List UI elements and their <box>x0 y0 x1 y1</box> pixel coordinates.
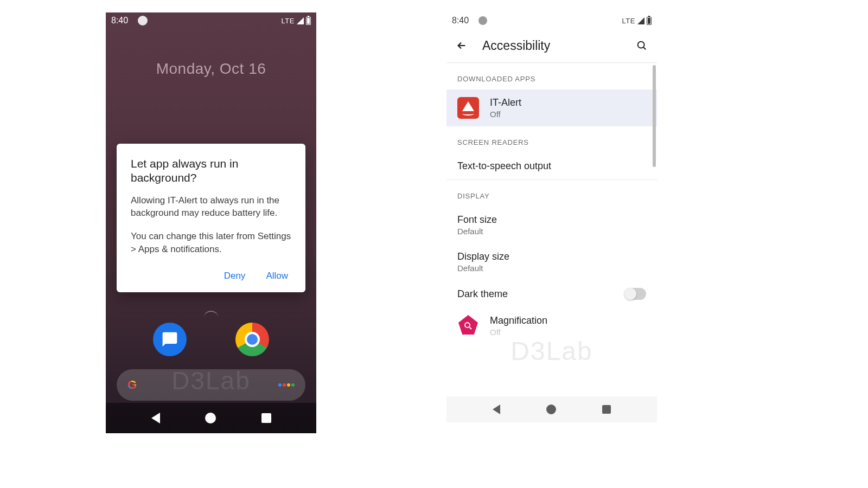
nav-back-icon[interactable] <box>493 404 500 414</box>
section-display: DISPLAY <box>446 180 657 207</box>
statusbar: 8:40 LTE <box>106 12 316 29</box>
allow-button[interactable]: Allow <box>264 267 290 285</box>
page-title: Accessibility <box>482 38 621 53</box>
row-subtitle: Default <box>457 264 646 273</box>
svg-point-0 <box>638 42 644 48</box>
row-title: IT-Alert <box>490 97 646 108</box>
nav-recents-icon[interactable] <box>261 413 271 423</box>
nav-home-icon[interactable] <box>205 413 216 423</box>
row-title: Magnification <box>490 315 646 326</box>
nav-home-icon[interactable] <box>546 404 556 414</box>
signal-icon <box>637 17 644 24</box>
dialog-title: Let app always run in background? <box>131 157 291 185</box>
row-it-alert[interactable]: IT-Alert Off <box>446 89 657 126</box>
back-button[interactable] <box>455 39 468 52</box>
row-title: Dark theme <box>457 288 614 300</box>
system-navbar <box>106 403 316 433</box>
search-button[interactable] <box>635 39 648 52</box>
row-subtitle: Off <box>490 328 646 337</box>
magnification-icon <box>457 315 479 337</box>
dialog-actions: Deny Allow <box>131 267 291 285</box>
appbar: Accessibility <box>446 29 657 62</box>
system-navbar <box>446 396 657 422</box>
row-title: Font size <box>457 214 646 226</box>
status-time: 8:40 <box>452 16 469 25</box>
section-downloaded-apps: DOWNLOADED APPS <box>446 63 657 89</box>
assistant-icon[interactable] <box>278 383 295 387</box>
row-magnification[interactable]: Magnification Off <box>446 307 657 337</box>
battery-icon <box>306 17 311 25</box>
nav-recents-icon[interactable] <box>602 405 611 414</box>
deny-button[interactable]: Deny <box>222 267 248 285</box>
settings-scroll-area[interactable]: DOWNLOADED APPS IT-Alert Off SCREEN READ… <box>446 63 657 396</box>
dnd-moon-icon <box>478 16 487 25</box>
phone-right-accessibility-settings: 8:40 LTE Accessibility DOWNLOADED APPS <box>446 12 657 422</box>
messages-app-icon[interactable] <box>153 323 187 356</box>
row-dark-theme[interactable]: Dark theme <box>446 280 657 307</box>
phone-left-homescreen: 8:40 LTE Monday, Oct 16 Let app always r… <box>106 12 316 433</box>
row-font-size[interactable]: Font size Default <box>446 207 657 243</box>
svg-point-1 <box>465 323 470 328</box>
statusbar: 8:40 LTE <box>446 12 657 29</box>
app-drawer-handle-icon[interactable] <box>204 311 218 316</box>
arrow-left-icon <box>456 40 468 52</box>
chrome-app-icon[interactable] <box>235 323 269 356</box>
status-network: LTE <box>622 17 635 25</box>
dark-theme-toggle[interactable] <box>624 288 646 300</box>
background-run-dialog: Let app always run in background? Allowi… <box>117 144 305 292</box>
dock-apps <box>106 323 316 356</box>
row-subtitle: Off <box>490 110 646 119</box>
scrollbar-thumb[interactable] <box>653 65 656 167</box>
battery-icon <box>647 17 652 25</box>
signal-icon <box>297 17 304 24</box>
dnd-moon-icon <box>138 16 148 25</box>
watermark: D3Lab <box>510 336 592 366</box>
dialog-body: Allowing IT-Alert to always run in the b… <box>131 194 291 256</box>
section-screen-readers: SCREEN READERS <box>446 126 657 153</box>
status-network: LTE <box>282 17 295 25</box>
status-time: 8:40 <box>111 16 128 25</box>
row-title: Text-to-speech output <box>457 160 646 172</box>
dialog-body-line1: Allowing IT-Alert to always run in the b… <box>131 194 291 220</box>
row-display-size[interactable]: Display size Default <box>446 243 657 280</box>
it-alert-app-icon <box>457 97 479 119</box>
row-text-to-speech[interactable]: Text-to-speech output <box>446 153 657 179</box>
search-icon <box>636 40 648 52</box>
google-g-icon: G <box>127 378 142 392</box>
homescreen-date: Monday, Oct 16 <box>106 60 316 78</box>
row-title: Display size <box>457 251 646 262</box>
dialog-body-line2: You can change this later from Settings … <box>131 230 291 255</box>
row-subtitle: Default <box>457 227 646 236</box>
google-search-bar[interactable]: G <box>117 369 305 401</box>
nav-back-icon[interactable] <box>151 413 160 423</box>
